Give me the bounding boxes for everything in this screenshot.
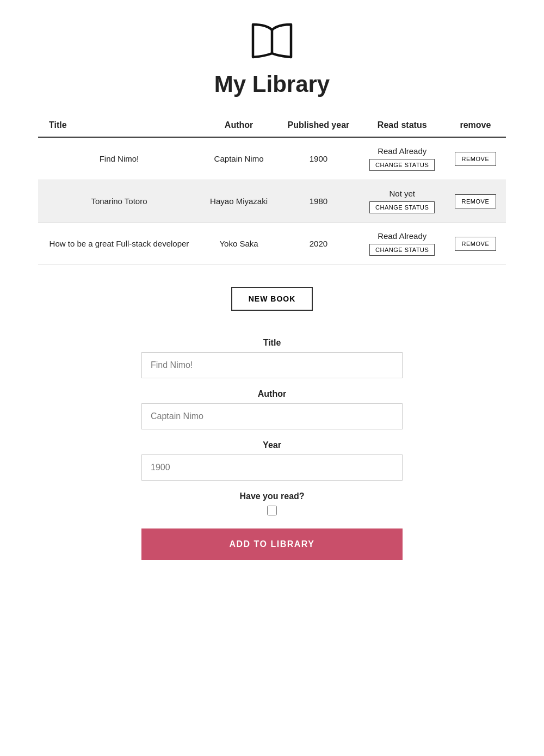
- author-label: Author: [141, 389, 403, 399]
- title-field: Title: [141, 338, 403, 378]
- cell-remove: REMOVE: [445, 137, 506, 180]
- table-row: How to be a great Full-stack developer Y…: [38, 223, 506, 265]
- col-title: Title: [38, 114, 200, 137]
- remove-button[interactable]: REMOVE: [455, 237, 497, 251]
- new-book-button[interactable]: NEW BOOK: [231, 287, 313, 311]
- cell-remove: REMOVE: [445, 223, 506, 265]
- app-icon: [250, 22, 294, 66]
- title-input[interactable]: [141, 352, 403, 378]
- remove-button[interactable]: REMOVE: [455, 152, 497, 166]
- cell-status: Read Already CHANGE STATUS: [360, 137, 445, 180]
- cell-author: Hayao Miyazaki: [200, 180, 277, 223]
- add-to-library-button[interactable]: ADD TO LIBRARY: [141, 528, 403, 560]
- add-book-form: Title Author Year Have you read? ADD TO …: [141, 338, 403, 560]
- have-you-read-label: Have you read?: [239, 491, 304, 501]
- col-remove: remove: [445, 114, 506, 137]
- cell-title: How to be a great Full-stack developer: [38, 223, 200, 265]
- cell-author: Yoko Saka: [200, 223, 277, 265]
- cell-year: 2020: [277, 223, 359, 265]
- cell-author: Captain Nimo: [200, 137, 277, 180]
- cell-year: 1980: [277, 180, 359, 223]
- year-field: Year: [141, 440, 403, 481]
- status-text: Not yet: [389, 189, 415, 198]
- remove-button[interactable]: REMOVE: [455, 194, 497, 208]
- cell-title: Tonarino Totoro: [38, 180, 200, 223]
- status-text: Read Already: [378, 146, 426, 156]
- year-input[interactable]: [141, 454, 403, 481]
- cell-status: Not yet CHANGE STATUS: [360, 180, 445, 223]
- cell-remove: REMOVE: [445, 180, 506, 223]
- col-status: Read status: [360, 114, 445, 137]
- cell-status: Read Already CHANGE STATUS: [360, 223, 445, 265]
- cell-title: Find Nimo!: [38, 137, 200, 180]
- table-row: Tonarino Totoro Hayao Miyazaki 1980 Not …: [38, 180, 506, 223]
- status-text: Read Already: [378, 231, 426, 241]
- change-status-button[interactable]: CHANGE STATUS: [369, 244, 435, 256]
- page-title: My Library: [214, 71, 330, 97]
- change-status-button[interactable]: CHANGE STATUS: [369, 201, 435, 213]
- col-year: Published year: [277, 114, 359, 137]
- library-table: Title Author Published year Read status …: [38, 114, 506, 265]
- change-status-button[interactable]: CHANGE STATUS: [369, 159, 435, 171]
- have-you-read-field: Have you read?: [141, 491, 403, 515]
- col-author: Author: [200, 114, 277, 137]
- table-row: Find Nimo! Captain Nimo 1900 Read Alread…: [38, 137, 506, 180]
- have-you-read-checkbox[interactable]: [267, 506, 277, 515]
- author-input[interactable]: [141, 403, 403, 429]
- year-label: Year: [141, 440, 403, 450]
- cell-year: 1900: [277, 137, 359, 180]
- author-field: Author: [141, 389, 403, 429]
- title-label: Title: [141, 338, 403, 348]
